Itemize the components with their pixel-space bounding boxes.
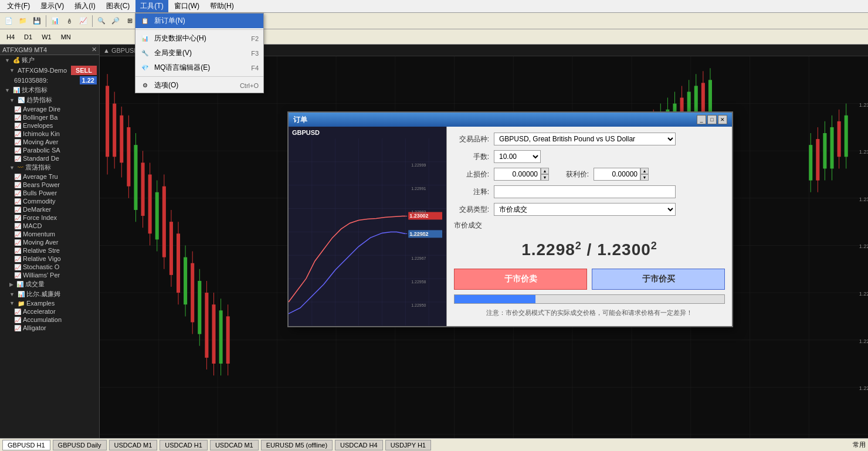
menu-chart[interactable]: 图表(C) (101, 0, 135, 12)
sl-down-btn[interactable]: ▼ (541, 174, 549, 181)
sell-button[interactable]: SELL (71, 66, 97, 75)
chart-line-btn[interactable]: 📈 (77, 15, 90, 28)
tree-examples[interactable]: ▼ 📁 Examples (0, 299, 99, 307)
tree-avg-true[interactable]: 📈Average Tru (0, 172, 99, 181)
tf-h4[interactable]: H4 (2, 32, 19, 42)
tree-macd[interactable]: 📈MACD (0, 222, 99, 230)
tree-envelopes[interactable]: 📈Envelopes (0, 121, 99, 130)
zoom-fit-btn[interactable]: ⊞ (123, 15, 136, 28)
sell-at-market-button[interactable]: 于市价卖 (454, 269, 587, 290)
close-icon[interactable]: ✕ (91, 46, 97, 53)
mq-editor-item[interactable]: 💎 MQ语言编辑器(E) F4 (135, 60, 263, 75)
tf-w1[interactable]: W1 (38, 32, 56, 42)
tp-input[interactable] (594, 168, 640, 181)
tree-trend[interactable]: ▼ 📉 趋势指标 (0, 95, 99, 105)
lots-label: 手数: (454, 152, 489, 162)
options-key: Ctrl+O (240, 82, 259, 89)
sl-spinbox-btns: ▲ ▼ (541, 168, 549, 181)
tree-tech-indicators[interactable]: ▼ 📊 技术指标 (0, 85, 99, 95)
minimize-button[interactable]: _ (697, 115, 706, 124)
lots-select[interactable]: 10.00 (494, 150, 541, 163)
menu-view[interactable]: 显示(V) (36, 0, 69, 12)
tab-usdjpy-h1[interactable]: USDJPY H1 (385, 440, 431, 450)
sl-up-btn[interactable]: ▲ (541, 168, 549, 174)
global-vars-item[interactable]: 🔧 全局变量(V) F3 (135, 46, 263, 60)
action-buttons-row: 于市价卖 于市价买 (454, 269, 725, 290)
sl-input[interactable] (494, 168, 541, 181)
tp-down-btn[interactable]: ▼ (640, 174, 649, 181)
svg-text:1.2305: 1.2305 (859, 196, 868, 202)
tree-alligator[interactable]: 📈Alligator (0, 324, 99, 332)
tree-moving-avg[interactable]: 📈Moving Aver (0, 138, 99, 146)
open-btn[interactable]: 📁 (16, 15, 29, 28)
options-item[interactable]: ⚙ 选项(O) Ctrl+O (135, 78, 263, 93)
chart-bar-btn[interactable]: 📊 (49, 15, 62, 28)
menu-window[interactable]: 窗口(W) (169, 0, 204, 12)
tree-bulls-power[interactable]: 📈Bulls Power (0, 189, 99, 197)
tree-demo-account[interactable]: ▼ ATFXGM9-Demo SELL (0, 65, 99, 76)
tree-demarker[interactable]: 📈DeMarker (0, 205, 99, 213)
menu-tools[interactable]: 工具(T) (135, 0, 168, 12)
rvgo-label: Relative Vigo (23, 255, 61, 262)
macd-label: MACD (23, 222, 42, 229)
maximize-button[interactable]: □ (707, 115, 717, 124)
tf-d1[interactable]: D1 (20, 32, 36, 42)
type-select[interactable]: 市价成交 (494, 203, 676, 216)
tree-williams[interactable]: 📈Williams' Per (0, 271, 99, 279)
tree-bears-power[interactable]: 📈Bears Power (0, 181, 99, 189)
tab-gbpusd-daily[interactable]: GBPUSD Daily (53, 440, 107, 450)
tf-mn[interactable]: MN (57, 32, 75, 42)
tree-standard-dev[interactable]: 📈Standard De (0, 154, 99, 162)
tree-bollinger[interactable]: 📈Bollinger Ba (0, 113, 99, 121)
tree-accumulation[interactable]: 📈Accumulation (0, 316, 99, 324)
dialog-mini-chart: GBPUSD (289, 127, 447, 326)
tree-rvgo[interactable]: 📈Relative Vigo (0, 255, 99, 263)
tree-oscillators[interactable]: ▼ 〰 震荡指标 (0, 162, 99, 172)
tree-account-id: 691035889: 1.22 (0, 76, 99, 85)
zoom-out-btn[interactable]: 🔎 (109, 15, 122, 28)
symbol-select[interactable]: GBPUSD, Great British Pound vs US Dollar (494, 133, 676, 145)
tree-bill-williams[interactable]: ▼ 📊 比尔.威廉姆 (0, 289, 99, 299)
new-order-item[interactable]: 📋 新订单(N) (135, 13, 263, 28)
bw-icon: 📊 (18, 291, 25, 297)
svg-text:1.2260: 1.2260 (859, 338, 868, 344)
tab-usdcad-m1[interactable]: USDCAD M1 (109, 440, 158, 450)
svg-text:1.2275: 1.2275 (859, 291, 868, 297)
tree-ichimoku[interactable]: 📈Ichimoku Kin (0, 130, 99, 138)
account-icon: 💰 (13, 57, 20, 63)
svg-text:1.2245: 1.2245 (859, 385, 868, 391)
menu-help[interactable]: 帮助(H) (205, 0, 239, 12)
tree-accelerator[interactable]: 📈Accelerator (0, 307, 99, 316)
tab-usdcad-h1[interactable]: USDCAD H1 (160, 440, 208, 450)
zoom-in-btn[interactable]: 🔍 (95, 15, 108, 28)
panel-title: ATFXGM9 MT4 (2, 46, 47, 53)
new-btn[interactable]: 📄 (2, 15, 15, 28)
menu-insert[interactable]: 插入(I) (70, 0, 100, 12)
tp-up-btn[interactable]: ▲ (640, 168, 649, 174)
tree-accounts[interactable]: ▼ 💰 账户 (0, 55, 99, 65)
tab-usdcad-m1-2[interactable]: USDCAD M1 (210, 440, 259, 450)
tree-force-index[interactable]: 📈Force Index (0, 213, 99, 222)
status-bar: GBPUSD H1 GBPUSD Daily USDCAD M1 USDCAD … (0, 438, 868, 451)
history-data-item[interactable]: 📊 历史数据中心(H) F2 (135, 31, 263, 46)
tree-parabolic[interactable]: 📈Parabolic SA (0, 146, 99, 154)
ask-suffix: 2 (651, 240, 657, 252)
menu-file[interactable]: 文件(F) (2, 0, 35, 12)
tree-avg-dir[interactable]: 📈Average Dire (0, 105, 99, 113)
tree-momentum[interactable]: 📈Momentum (0, 230, 99, 238)
tab-gbpusd-h1[interactable]: GBPUSD H1 (2, 440, 50, 450)
tree-stochastic[interactable]: 📈Stochastic O (0, 263, 99, 271)
tree-moving-avg2[interactable]: 📈Moving Aver (0, 238, 99, 246)
expand-icon: ▼ (5, 57, 10, 63)
tab-usdcad-h4[interactable]: USDCAD H4 (335, 440, 383, 450)
save-btn[interactable]: 💾 (30, 15, 43, 28)
comment-row: 注释: (454, 185, 725, 198)
tree-rsi[interactable]: 📈Relative Stre (0, 246, 99, 255)
tree-volume[interactable]: ▶ 📊 成交量 (0, 279, 99, 289)
tab-eurusd-m5[interactable]: EURUSD M5 (offline) (261, 440, 333, 450)
buy-at-market-button[interactable]: 于市价买 (592, 269, 725, 290)
comment-input[interactable] (494, 185, 676, 198)
close-dialog-button[interactable]: ✕ (718, 115, 727, 124)
tree-commodity[interactable]: 📈Commodity (0, 197, 99, 205)
chart-candle-btn[interactable]: 🕯 (63, 15, 76, 28)
